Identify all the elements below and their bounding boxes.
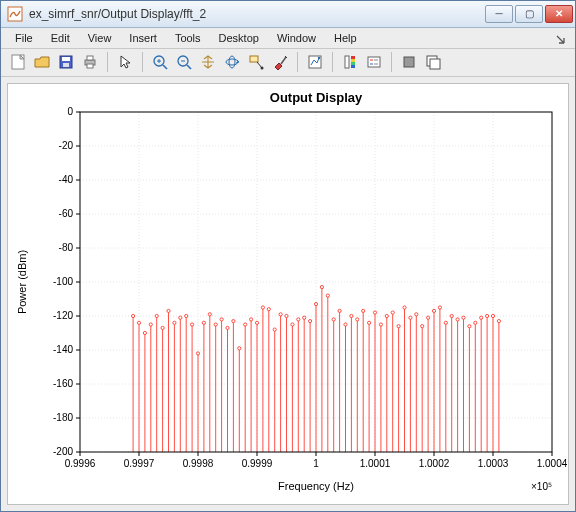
menu-help[interactable]: Help (326, 30, 365, 46)
svg-point-137 (368, 321, 371, 324)
window-buttons: ─ ▢ ✕ (485, 5, 573, 23)
svg-point-151 (409, 316, 412, 319)
svg-point-147 (397, 325, 400, 328)
svg-point-65 (155, 314, 158, 317)
svg-rect-28 (368, 57, 380, 67)
rotate3d-icon[interactable] (221, 51, 243, 73)
svg-point-155 (421, 325, 424, 328)
svg-text:-180: -180 (53, 412, 73, 423)
svg-point-139 (373, 311, 376, 314)
plot-svg: 0.99960.99970.99980.999911.00011.00021.0… (8, 84, 568, 504)
menu-view[interactable]: View (80, 30, 120, 46)
svg-point-181 (497, 320, 500, 323)
svg-rect-4 (63, 63, 69, 67)
plot-canvas[interactable]: 0.99960.99970.99980.999911.00011.00021.0… (7, 83, 569, 505)
datacursor-icon[interactable] (245, 51, 267, 73)
svg-point-119 (314, 303, 317, 306)
svg-point-101 (261, 306, 264, 309)
maximize-button[interactable]: ▢ (515, 5, 543, 23)
legend-icon[interactable] (363, 51, 385, 73)
svg-point-121 (320, 286, 323, 289)
svg-point-89 (226, 326, 229, 329)
svg-point-77 (191, 323, 194, 326)
svg-point-143 (385, 314, 388, 317)
svg-point-73 (179, 316, 182, 319)
colorbar-icon[interactable] (339, 51, 361, 73)
svg-point-95 (244, 323, 247, 326)
svg-rect-6 (87, 56, 93, 60)
svg-point-165 (450, 314, 453, 317)
svg-text:1.0004: 1.0004 (537, 458, 568, 469)
svg-text:0.9997: 0.9997 (124, 458, 155, 469)
svg-point-19 (261, 67, 264, 70)
menu-file[interactable]: File (7, 30, 41, 46)
zoom-out-icon[interactable] (173, 51, 195, 73)
svg-point-153 (415, 313, 418, 316)
svg-point-75 (185, 314, 188, 317)
menu-window[interactable]: Window (269, 30, 324, 46)
svg-point-57 (132, 314, 135, 317)
menu-edit[interactable]: Edit (43, 30, 78, 46)
svg-point-91 (232, 320, 235, 323)
svg-point-133 (356, 318, 359, 321)
svg-point-179 (491, 314, 494, 317)
print-icon[interactable] (79, 51, 101, 73)
pan-icon[interactable] (197, 51, 219, 73)
svg-rect-26 (351, 62, 355, 65)
svg-point-79 (196, 352, 199, 355)
svg-text:0.9999: 0.9999 (242, 458, 273, 469)
plot-title: Output Display (270, 90, 363, 105)
menu-desktop[interactable]: Desktop (211, 30, 267, 46)
svg-point-175 (480, 316, 483, 319)
svg-text:1.0002: 1.0002 (419, 458, 450, 469)
svg-text:-140: -140 (53, 344, 73, 355)
close-button[interactable]: ✕ (545, 5, 573, 23)
svg-point-113 (297, 318, 300, 321)
svg-point-15 (226, 59, 238, 65)
show-tools-icon[interactable] (422, 51, 444, 73)
menu-tools[interactable]: Tools (167, 30, 209, 46)
svg-point-161 (438, 306, 441, 309)
svg-point-177 (486, 314, 489, 317)
toolbar (1, 49, 575, 78)
open-icon[interactable] (31, 51, 53, 73)
svg-text:1: 1 (313, 458, 319, 469)
save-icon[interactable] (55, 51, 77, 73)
svg-text:0.9996: 0.9996 (65, 458, 96, 469)
svg-text:1.0003: 1.0003 (478, 458, 509, 469)
svg-point-125 (332, 318, 335, 321)
brush-icon[interactable] (269, 51, 291, 73)
toolbar-separator (142, 52, 143, 72)
svg-text:-40: -40 (59, 174, 74, 185)
svg-point-109 (285, 314, 288, 317)
svg-point-141 (379, 323, 382, 326)
hide-tools-icon[interactable] (398, 51, 420, 73)
svg-rect-7 (87, 64, 93, 68)
svg-point-117 (309, 320, 312, 323)
svg-point-127 (338, 309, 341, 312)
svg-point-69 (167, 309, 170, 312)
pointer-icon[interactable] (114, 51, 136, 73)
svg-point-107 (279, 313, 282, 316)
svg-line-13 (187, 65, 191, 69)
toolbar-separator (297, 52, 298, 72)
minimize-button[interactable]: ─ (485, 5, 513, 23)
svg-point-85 (214, 323, 217, 326)
link-plot-icon[interactable] (304, 51, 326, 73)
svg-point-159 (432, 309, 435, 312)
svg-point-71 (173, 321, 176, 324)
svg-text:-80: -80 (59, 242, 74, 253)
figure-area: 0.99960.99970.99980.999911.00011.00021.0… (1, 77, 575, 511)
svg-point-173 (474, 321, 477, 324)
svg-point-105 (273, 328, 276, 331)
ylabel: Power (dBm) (16, 250, 28, 314)
dock-icon[interactable] (555, 31, 569, 45)
svg-point-103 (267, 308, 270, 311)
svg-line-20 (281, 57, 286, 64)
new-figure-icon[interactable] (7, 51, 29, 73)
zoom-in-icon[interactable] (149, 51, 171, 73)
svg-rect-25 (351, 59, 355, 62)
svg-point-145 (391, 311, 394, 314)
menu-insert[interactable]: Insert (121, 30, 165, 46)
svg-point-63 (149, 323, 152, 326)
